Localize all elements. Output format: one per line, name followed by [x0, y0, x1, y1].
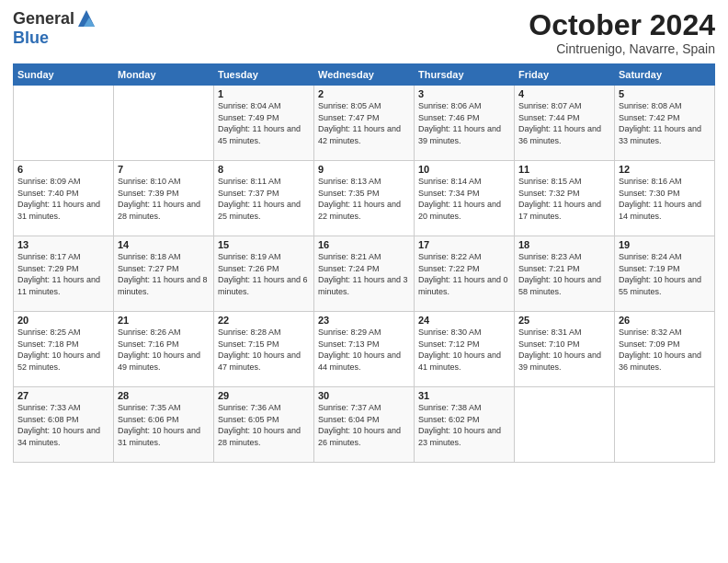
calendar-cell: 9Sunrise: 8:13 AM Sunset: 7:35 PM Daylig…	[314, 161, 415, 236]
day-info: Sunrise: 8:26 AM Sunset: 7:16 PM Dayligh…	[118, 327, 210, 373]
day-header: Tuesday	[214, 64, 314, 86]
day-number: 20	[17, 315, 109, 326]
day-info: Sunrise: 8:04 AM Sunset: 7:49 PM Dayligh…	[218, 100, 310, 146]
day-info: Sunrise: 8:23 AM Sunset: 7:21 PM Dayligh…	[518, 251, 610, 297]
day-info: Sunrise: 8:29 AM Sunset: 7:13 PM Dayligh…	[318, 327, 410, 373]
day-number: 3	[418, 88, 510, 99]
subtitle: Cintruenigo, Navarre, Spain	[529, 41, 715, 56]
calendar-cell: 23Sunrise: 8:29 AM Sunset: 7:13 PM Dayli…	[314, 312, 415, 387]
day-number: 12	[619, 164, 711, 175]
day-info: Sunrise: 7:36 AM Sunset: 6:05 PM Dayligh…	[218, 402, 310, 448]
calendar-cell: 13Sunrise: 8:17 AM Sunset: 7:29 PM Dayli…	[14, 236, 114, 312]
day-info: Sunrise: 7:37 AM Sunset: 6:04 PM Dayligh…	[318, 402, 410, 448]
day-info: Sunrise: 8:13 AM Sunset: 7:35 PM Dayligh…	[318, 176, 410, 222]
calendar-cell: 1Sunrise: 8:04 AM Sunset: 7:49 PM Daylig…	[214, 86, 314, 161]
day-number: 31	[418, 390, 510, 401]
header: General Blue October 2024 Cintruenigo, N…	[13, 9, 715, 56]
calendar-cell: 25Sunrise: 8:31 AM Sunset: 7:10 PM Dayli…	[515, 312, 615, 387]
day-number: 1	[218, 88, 310, 99]
calendar-cell: 22Sunrise: 8:28 AM Sunset: 7:15 PM Dayli…	[214, 312, 314, 387]
day-number: 5	[619, 88, 711, 99]
day-info: Sunrise: 8:24 AM Sunset: 7:19 PM Dayligh…	[619, 251, 711, 297]
day-number: 18	[518, 239, 610, 250]
day-info: Sunrise: 8:10 AM Sunset: 7:39 PM Dayligh…	[118, 176, 210, 222]
calendar-cell: 12Sunrise: 8:16 AM Sunset: 7:30 PM Dayli…	[615, 161, 715, 236]
day-info: Sunrise: 8:22 AM Sunset: 7:22 PM Dayligh…	[418, 251, 510, 297]
day-info: Sunrise: 8:09 AM Sunset: 7:40 PM Dayligh…	[17, 176, 109, 222]
day-info: Sunrise: 8:07 AM Sunset: 7:44 PM Dayligh…	[518, 100, 610, 146]
calendar-cell	[615, 387, 715, 463]
calendar-cell: 4Sunrise: 8:07 AM Sunset: 7:44 PM Daylig…	[515, 86, 615, 161]
calendar-cell	[14, 86, 114, 161]
calendar-cell: 16Sunrise: 8:21 AM Sunset: 7:24 PM Dayli…	[314, 236, 415, 312]
day-info: Sunrise: 8:14 AM Sunset: 7:34 PM Dayligh…	[418, 176, 510, 222]
day-info: Sunrise: 8:21 AM Sunset: 7:24 PM Dayligh…	[318, 251, 410, 297]
calendar-cell: 20Sunrise: 8:25 AM Sunset: 7:18 PM Dayli…	[14, 312, 114, 387]
day-number: 9	[318, 164, 410, 175]
day-number: 7	[118, 164, 210, 175]
calendar-cell: 28Sunrise: 7:35 AM Sunset: 6:06 PM Dayli…	[114, 387, 214, 463]
day-header: Friday	[515, 64, 615, 86]
day-info: Sunrise: 8:31 AM Sunset: 7:10 PM Dayligh…	[518, 327, 610, 373]
calendar-cell: 19Sunrise: 8:24 AM Sunset: 7:19 PM Dayli…	[615, 236, 715, 312]
day-number: 2	[318, 88, 410, 99]
day-number: 23	[318, 315, 410, 326]
day-number: 14	[118, 239, 210, 250]
calendar-cell: 7Sunrise: 8:10 AM Sunset: 7:39 PM Daylig…	[114, 161, 214, 236]
calendar-cell: 30Sunrise: 7:37 AM Sunset: 6:04 PM Dayli…	[314, 387, 415, 463]
day-number: 16	[318, 239, 410, 250]
day-info: Sunrise: 8:28 AM Sunset: 7:15 PM Dayligh…	[218, 327, 310, 373]
calendar-cell: 11Sunrise: 8:15 AM Sunset: 7:32 PM Dayli…	[515, 161, 615, 236]
calendar-cell	[114, 86, 214, 161]
day-header: Wednesday	[314, 64, 415, 86]
logo-icon	[76, 10, 97, 27]
day-info: Sunrise: 8:16 AM Sunset: 7:30 PM Dayligh…	[619, 176, 711, 222]
day-number: 24	[418, 315, 510, 326]
title-section: October 2024 Cintruenigo, Navarre, Spain	[529, 9, 715, 56]
day-info: Sunrise: 8:15 AM Sunset: 7:32 PM Dayligh…	[518, 176, 610, 222]
day-number: 8	[218, 164, 310, 175]
logo-general: General	[13, 9, 74, 29]
day-info: Sunrise: 8:05 AM Sunset: 7:47 PM Dayligh…	[318, 100, 410, 146]
calendar-cell: 31Sunrise: 7:38 AM Sunset: 6:02 PM Dayli…	[415, 387, 515, 463]
day-number: 21	[118, 315, 210, 326]
day-info: Sunrise: 8:17 AM Sunset: 7:29 PM Dayligh…	[17, 251, 109, 297]
day-info: Sunrise: 8:19 AM Sunset: 7:26 PM Dayligh…	[218, 251, 310, 297]
calendar-cell: 5Sunrise: 8:08 AM Sunset: 7:42 PM Daylig…	[615, 86, 715, 161]
page-container: General Blue October 2024 Cintruenigo, N…	[0, 0, 728, 472]
day-info: Sunrise: 8:08 AM Sunset: 7:42 PM Dayligh…	[619, 100, 711, 146]
calendar-cell: 10Sunrise: 8:14 AM Sunset: 7:34 PM Dayli…	[415, 161, 515, 236]
calendar-cell	[515, 387, 615, 463]
day-header: Sunday	[14, 64, 114, 86]
calendar-cell: 21Sunrise: 8:26 AM Sunset: 7:16 PM Dayli…	[114, 312, 214, 387]
calendar-cell: 2Sunrise: 8:05 AM Sunset: 7:47 PM Daylig…	[314, 86, 415, 161]
calendar-cell: 8Sunrise: 8:11 AM Sunset: 7:37 PM Daylig…	[214, 161, 314, 236]
calendar-cell: 17Sunrise: 8:22 AM Sunset: 7:22 PM Dayli…	[415, 236, 515, 312]
calendar-cell: 26Sunrise: 8:32 AM Sunset: 7:09 PM Dayli…	[615, 312, 715, 387]
day-number: 25	[518, 315, 610, 326]
day-number: 6	[17, 164, 109, 175]
day-number: 28	[118, 390, 210, 401]
calendar-cell: 29Sunrise: 7:36 AM Sunset: 6:05 PM Dayli…	[214, 387, 314, 463]
day-header: Thursday	[415, 64, 515, 86]
calendar-cell: 18Sunrise: 8:23 AM Sunset: 7:21 PM Dayli…	[515, 236, 615, 312]
calendar-cell: 3Sunrise: 8:06 AM Sunset: 7:46 PM Daylig…	[415, 86, 515, 161]
calendar-cell: 24Sunrise: 8:30 AM Sunset: 7:12 PM Dayli…	[415, 312, 515, 387]
day-info: Sunrise: 7:35 AM Sunset: 6:06 PM Dayligh…	[118, 402, 210, 448]
calendar-cell: 6Sunrise: 8:09 AM Sunset: 7:40 PM Daylig…	[14, 161, 114, 236]
day-number: 11	[518, 164, 610, 175]
day-number: 4	[518, 88, 610, 99]
day-number: 17	[418, 239, 510, 250]
day-info: Sunrise: 7:38 AM Sunset: 6:02 PM Dayligh…	[418, 402, 510, 448]
day-number: 22	[218, 315, 310, 326]
logo-blue: Blue	[13, 29, 49, 47]
day-number: 13	[17, 239, 109, 250]
day-number: 10	[418, 164, 510, 175]
day-header: Monday	[114, 64, 214, 86]
day-info: Sunrise: 8:25 AM Sunset: 7:18 PM Dayligh…	[17, 327, 109, 373]
calendar-cell: 27Sunrise: 7:33 AM Sunset: 6:08 PM Dayli…	[14, 387, 114, 463]
day-number: 29	[218, 390, 310, 401]
calendar-table: SundayMondayTuesdayWednesdayThursdayFrid…	[13, 63, 715, 463]
day-number: 26	[619, 315, 711, 326]
calendar-cell: 15Sunrise: 8:19 AM Sunset: 7:26 PM Dayli…	[214, 236, 314, 312]
